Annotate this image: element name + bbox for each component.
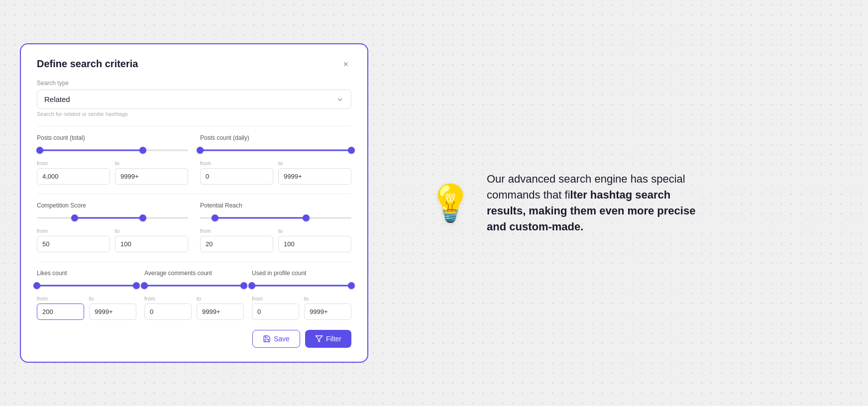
define-search-criteria-dialog: Define search criteria × Search type Rel…	[20, 43, 368, 363]
likes-from-input[interactable]	[37, 304, 84, 320]
likes-track	[37, 285, 136, 287]
posts-total-thumb-right[interactable]	[139, 147, 146, 154]
potential-to-input[interactable]	[278, 236, 351, 252]
avg-comments-slider[interactable]	[144, 281, 244, 291]
likes-thumb-right[interactable]	[133, 282, 140, 289]
competition-thumb-right[interactable]	[139, 214, 146, 221]
posts-daily-from-field: from	[200, 160, 273, 185]
dialog-title: Define search criteria	[37, 58, 138, 70]
search-type-label: Search type	[37, 80, 351, 87]
avg-comments-from-input[interactable]	[144, 304, 192, 320]
competition-group: Competition Score from to	[37, 202, 188, 252]
avg-comments-fill	[144, 285, 244, 287]
avg-comments-thumb-left[interactable]	[141, 282, 148, 289]
competition-from-field: from	[37, 228, 110, 252]
posts-total-slider[interactable]	[37, 145, 188, 155]
likes-to-field: to	[89, 296, 136, 320]
search-hint: Search for related or similar hashtags	[37, 111, 351, 117]
used-profile-fill	[252, 285, 351, 287]
used-profile-track	[252, 285, 351, 287]
posts-total-from-input[interactable]	[37, 168, 110, 185]
avg-comments-track	[144, 285, 244, 287]
posts-daily-from-input[interactable]	[200, 168, 273, 185]
potential-thumb-right[interactable]	[303, 214, 310, 221]
avg-comments-thumb-right[interactable]	[240, 282, 247, 289]
posts-total-inputs: from to	[37, 160, 188, 185]
used-profile-group: Used in profile count from to	[252, 270, 351, 320]
competition-to-label: to	[115, 228, 188, 234]
search-type-section: Search type Related Search for related o…	[37, 80, 351, 117]
potential-thumb-left[interactable]	[212, 214, 218, 221]
posts-daily-fill	[200, 150, 351, 151]
competition-inputs: from to	[37, 228, 188, 252]
potential-to-field: to	[278, 228, 351, 252]
posts-daily-inputs: from to	[200, 160, 351, 185]
posts-total-from-label: from	[37, 160, 110, 166]
posts-total-to-field: to	[115, 160, 188, 185]
used-profile-thumb-right[interactable]	[348, 282, 355, 289]
competition-from-input[interactable]	[37, 236, 110, 252]
competition-to-input[interactable]	[115, 236, 188, 252]
bulb-icon: 💡	[428, 185, 473, 221]
used-profile-to-field: to	[304, 296, 351, 320]
likes-inputs: from to	[37, 296, 136, 320]
filter-button[interactable]: Filter	[305, 330, 351, 348]
used-profile-slider[interactable]	[252, 281, 351, 291]
potential-from-field: from	[200, 228, 273, 252]
used-profile-label: Used in profile count	[252, 270, 351, 277]
avg-comments-to-label: to	[197, 296, 244, 302]
filter-label: Filter	[326, 335, 341, 343]
posts-count-row: Posts count (total) from to	[37, 134, 351, 185]
likes-thumb-left[interactable]	[33, 282, 40, 289]
close-button[interactable]: ×	[340, 59, 351, 70]
posts-total-label: Posts count (total)	[37, 134, 188, 141]
competition-fill	[75, 217, 143, 219]
likes-fill	[37, 285, 136, 287]
likes-comments-profile-row: Likes count from to Avera	[37, 270, 351, 320]
posts-total-group: Posts count (total) from to	[37, 134, 188, 185]
save-label: Save	[274, 335, 290, 343]
potential-fill	[215, 217, 306, 219]
posts-daily-thumb-left[interactable]	[197, 147, 204, 154]
competition-to-field: to	[115, 228, 188, 252]
save-icon	[263, 335, 271, 343]
posts-daily-slider[interactable]	[200, 145, 351, 155]
likes-slider[interactable]	[37, 281, 136, 291]
competition-potential-row: Competition Score from to	[37, 202, 351, 252]
competition-from-label: from	[37, 228, 110, 234]
avg-comments-label: Average comments count	[144, 270, 244, 277]
posts-total-to-label: to	[115, 160, 188, 166]
posts-total-fill	[40, 150, 143, 151]
competition-thumb-left[interactable]	[71, 214, 78, 221]
dialog-footer: Save Filter	[37, 330, 351, 348]
avg-comments-to-field: to	[197, 296, 244, 320]
posts-daily-to-input[interactable]	[278, 168, 351, 185]
posts-daily-to-label: to	[278, 160, 351, 166]
avg-comments-to-input[interactable]	[197, 304, 244, 320]
avg-comments-group: Average comments count from to	[144, 270, 244, 320]
competition-slider[interactable]	[37, 213, 188, 223]
potential-slider[interactable]	[200, 213, 351, 223]
used-profile-to-label: to	[304, 296, 351, 302]
posts-total-from-field: from	[37, 160, 110, 185]
used-profile-from-input[interactable]	[252, 304, 299, 320]
svg-marker-0	[316, 336, 322, 342]
likes-to-input[interactable]	[89, 304, 136, 320]
likes-to-label: to	[89, 296, 136, 302]
posts-total-track	[37, 150, 188, 151]
search-type-select[interactable]: Related	[37, 90, 351, 109]
filter-icon	[315, 335, 323, 343]
used-profile-to-input[interactable]	[304, 304, 351, 320]
potential-track	[200, 217, 351, 219]
potential-from-input[interactable]	[200, 236, 273, 252]
competition-label: Competition Score	[37, 202, 188, 209]
posts-daily-group: Posts count (daily) from to	[200, 134, 351, 185]
save-button[interactable]: Save	[252, 330, 300, 348]
competition-track	[37, 217, 188, 219]
used-profile-thumb-left[interactable]	[248, 282, 255, 289]
posts-daily-thumb-right[interactable]	[348, 147, 355, 154]
posts-total-thumb-left[interactable]	[36, 147, 43, 154]
posts-daily-to-field: to	[278, 160, 351, 185]
posts-total-to-input[interactable]	[115, 168, 188, 185]
potential-to-label: to	[278, 228, 351, 234]
